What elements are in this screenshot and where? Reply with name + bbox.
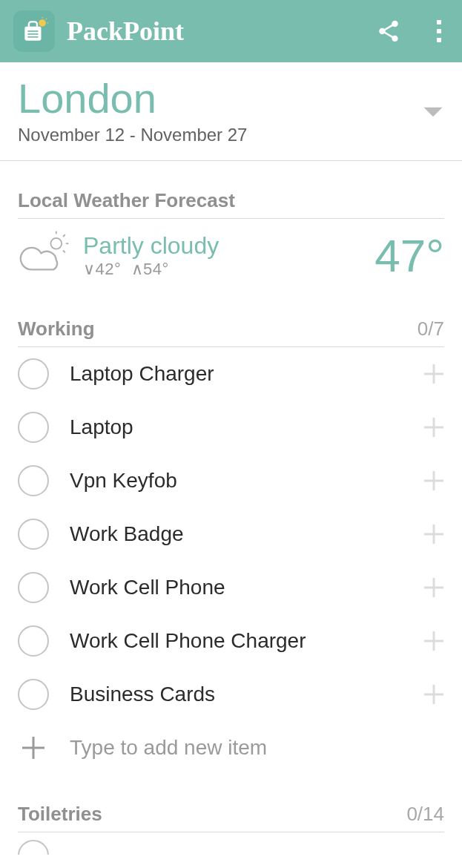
weather-title-text: Local Weather Forecast [18, 189, 444, 212]
list-item[interactable]: Work Badge [18, 507, 444, 561]
checkbox[interactable] [18, 358, 49, 389]
add-item-row[interactable] [18, 721, 444, 775]
increment-icon[interactable] [423, 577, 444, 598]
category-header-working[interactable]: Working 0/7 [18, 289, 444, 347]
increment-icon[interactable] [423, 524, 444, 545]
category-count: 0/14 [406, 803, 444, 826]
weather-condition: Partly cloudy [83, 232, 364, 260]
item-label: Work Cell Phone [70, 576, 423, 599]
category-count: 0/7 [418, 318, 444, 341]
partly-cloudy-icon [18, 229, 73, 281]
app-logo-icon [13, 10, 55, 52]
app-header: PackPoint [0, 0, 462, 62]
checkbox[interactable] [18, 625, 49, 657]
weather-range: ∨42° ∧54° [83, 260, 364, 279]
list-item[interactable]: Work Cell Phone [18, 561, 444, 614]
weather-high: 54° [143, 260, 169, 278]
svg-rect-4 [24, 27, 41, 41]
weather-temperature: 47° [374, 229, 444, 282]
increment-icon[interactable] [423, 470, 444, 491]
item-label: Work Badge [70, 522, 423, 546]
overflow-menu-icon[interactable] [431, 16, 447, 47]
item-label: Work Cell Phone Charger [70, 629, 423, 653]
list-item[interactable]: Business Cards [18, 668, 444, 721]
checkbox[interactable] [18, 465, 49, 496]
svg-line-11 [63, 234, 65, 237]
checkbox[interactable] [18, 519, 49, 550]
weather-low: 42° [96, 260, 122, 278]
increment-icon[interactable] [423, 364, 444, 384]
list-item[interactable] [18, 832, 444, 855]
increment-icon[interactable] [423, 631, 444, 651]
list-item[interactable]: Laptop Charger [18, 347, 444, 401]
increment-icon[interactable] [423, 684, 444, 705]
app-title: PackPoint [67, 16, 376, 47]
category-name: Toiletries [18, 803, 406, 826]
item-label: Business Cards [70, 683, 423, 706]
svg-point-8 [50, 238, 62, 249]
category-name: Working [18, 318, 418, 341]
category-header-toiletries[interactable]: Toiletries 0/14 [18, 775, 444, 832]
item-label: Vpn Keyfob [70, 469, 423, 493]
chevron-down-icon[interactable] [422, 105, 444, 119]
weather-row: Partly cloudy ∨42° ∧54° 47° [18, 219, 444, 289]
destination-city: London [18, 76, 422, 122]
increment-icon[interactable] [423, 417, 444, 438]
checkbox[interactable] [18, 412, 49, 443]
checkbox[interactable] [18, 679, 49, 710]
svg-point-0 [39, 19, 45, 27]
checkbox[interactable] [18, 840, 49, 855]
share-icon[interactable] [376, 19, 401, 44]
checkbox[interactable] [18, 572, 49, 603]
svg-line-12 [63, 251, 65, 253]
add-item-input[interactable] [70, 736, 444, 760]
item-label: Laptop Charger [70, 362, 423, 386]
destination-dates: November 12 - November 27 [18, 125, 422, 145]
destination-card[interactable]: London November 12 - November 27 [0, 62, 462, 161]
list-item[interactable]: Laptop [18, 401, 444, 454]
svg-line-3 [46, 19, 47, 19]
list-item[interactable]: Vpn Keyfob [18, 454, 444, 507]
list-item[interactable]: Work Cell Phone Charger [18, 614, 444, 668]
plus-icon[interactable] [18, 732, 49, 763]
weather-section-title: Local Weather Forecast [18, 161, 444, 219]
item-label: Laptop [70, 415, 423, 439]
